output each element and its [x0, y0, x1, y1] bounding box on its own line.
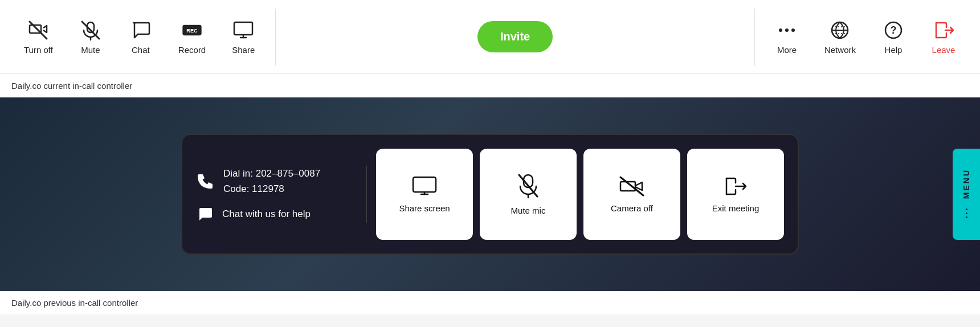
exit-icon	[723, 176, 748, 197]
mute-mic-button[interactable]: Mute mic	[480, 149, 577, 240]
toolbar-center: Invite	[285, 21, 745, 52]
dial-text: Dial in: 202–875–0087 Code: 112978	[223, 166, 320, 197]
mute-mic-icon	[518, 174, 538, 199]
bottom-label: Daily.co previous in-call controller	[0, 291, 980, 314]
dots-icon	[775, 19, 798, 42]
chat-label: Chat	[132, 45, 150, 55]
code-label: Code: 112978	[223, 181, 320, 197]
turn-off-label: Turn off	[24, 45, 53, 55]
toolbar-left: Turn off Mute Chat	[14, 12, 266, 62]
svg-text:REC: REC	[186, 28, 198, 34]
call-panel: Dial in: 202–875–0087 Code: 112978 Chat …	[181, 134, 799, 255]
exit-meeting-button[interactable]: Exit meeting	[687, 149, 784, 240]
turn-off-button[interactable]: Turn off	[14, 12, 63, 62]
mic-off-icon	[79, 19, 102, 42]
camera-off-icon	[619, 176, 644, 197]
dial-in-label: Dial in: 202–875–0087	[223, 166, 320, 181]
chat-icon	[129, 19, 152, 42]
mute-button[interactable]: Mute	[68, 12, 113, 62]
video-off-icon	[27, 19, 50, 42]
leave-icon	[932, 19, 955, 42]
chat-row: Chat with us for help	[196, 206, 353, 223]
monitor-icon	[232, 19, 255, 42]
network-icon	[828, 19, 851, 42]
dial-info: Dial in: 202–875–0087 Code: 112978 Chat …	[196, 166, 367, 223]
svg-line-22	[620, 177, 643, 195]
mute-label: Mute	[81, 45, 100, 55]
camera-off-label: Camera off	[611, 203, 653, 213]
call-buttons: Share screen Mute mic	[376, 149, 784, 240]
menu-tab-dots-icon: ⋮	[961, 206, 972, 220]
help-label: Help	[885, 45, 903, 55]
leave-button[interactable]: Leave	[921, 12, 966, 62]
share-screen-button[interactable]: Share screen	[376, 149, 473, 240]
svg-point-11	[791, 28, 795, 32]
share-label: Share	[232, 45, 255, 55]
share-screen-label: Share screen	[399, 203, 450, 213]
more-label: More	[777, 45, 797, 55]
top-label: Daily.co current in-call controller	[0, 74, 980, 97]
svg-line-3	[82, 22, 99, 39]
help-button[interactable]: ? Help	[871, 12, 916, 62]
leave-label: Leave	[932, 45, 956, 55]
chat-bubble-icon	[196, 206, 213, 223]
menu-tab-label: MENU	[962, 169, 971, 199]
toolbar-right: More Network ? Help	[764, 12, 966, 62]
network-label: Network	[824, 45, 856, 55]
svg-rect-6	[234, 22, 252, 35]
rec-icon: REC	[181, 19, 203, 42]
video-area: Dial in: 202–875–0087 Code: 112978 Chat …	[0, 97, 980, 291]
invite-button[interactable]: Invite	[477, 21, 553, 52]
menu-tab[interactable]: MENU ⋮	[953, 149, 980, 240]
chat-with-us-label[interactable]: Chat with us for help	[222, 209, 311, 220]
svg-rect-16	[413, 177, 436, 192]
mute-mic-label: Mute mic	[511, 206, 546, 215]
svg-text:?: ?	[891, 24, 897, 36]
chat-button[interactable]: Chat	[118, 12, 164, 62]
phone-icon	[196, 172, 214, 190]
toolbar-divider-left	[275, 9, 276, 66]
svg-point-10	[785, 28, 789, 32]
share-screen-icon	[412, 176, 437, 197]
share-button[interactable]: Share	[220, 12, 266, 62]
network-button[interactable]: Network	[814, 12, 866, 62]
help-icon: ?	[882, 19, 905, 42]
toolbar-divider-right	[754, 9, 755, 66]
svg-line-21	[519, 175, 537, 197]
exit-meeting-label: Exit meeting	[712, 203, 760, 213]
dial-row: Dial in: 202–875–0087 Code: 112978	[196, 166, 353, 197]
record-label: Record	[178, 45, 206, 55]
record-button[interactable]: REC Record	[168, 12, 216, 62]
top-toolbar: Turn off Mute Chat	[0, 0, 980, 74]
camera-off-button[interactable]: Camera off	[583, 149, 680, 240]
svg-point-9	[779, 28, 782, 32]
more-button[interactable]: More	[764, 12, 810, 62]
